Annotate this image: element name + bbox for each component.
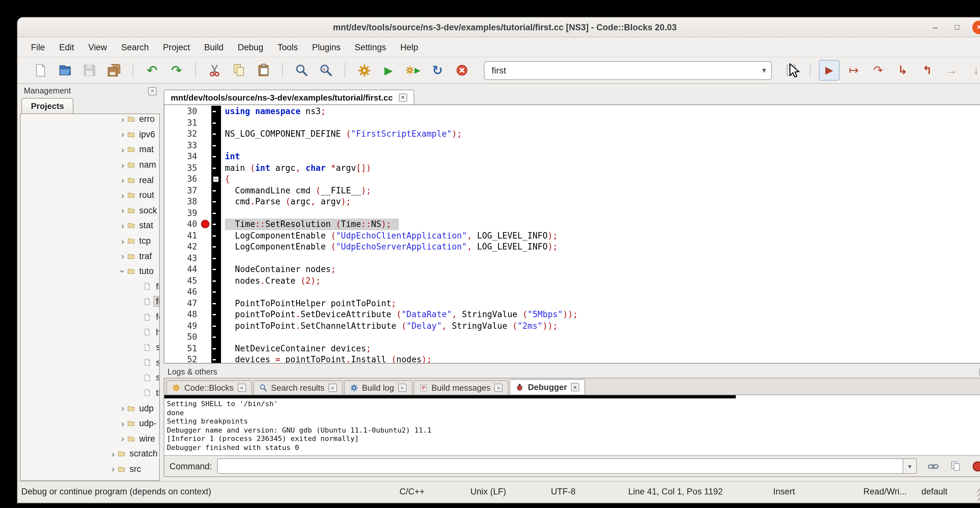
breakpoint-margin[interactable] bbox=[200, 331, 212, 342]
breakpoint-margin[interactable] bbox=[200, 128, 212, 140]
find-icon[interactable] bbox=[291, 60, 312, 81]
tab-code-blocks[interactable]: Code::Blocks× bbox=[166, 381, 251, 395]
breakpoint-margin[interactable] bbox=[200, 140, 212, 151]
tree-item-th[interactable]: th bbox=[21, 385, 159, 400]
tree-item-tcp[interactable]: ›tcp bbox=[21, 233, 159, 248]
line-number[interactable]: 49 bbox=[164, 320, 200, 331]
menu-search[interactable]: Search bbox=[114, 40, 156, 54]
tree-item-erro[interactable]: ›erro bbox=[21, 113, 159, 127]
tree-item-udp[interactable]: ›udp bbox=[21, 401, 159, 416]
breakpoint-margin[interactable] bbox=[200, 106, 212, 117]
tree-item-se[interactable]: se bbox=[21, 340, 159, 355]
tree-item-nam[interactable]: ›nam bbox=[21, 157, 159, 172]
save-icon[interactable] bbox=[79, 60, 100, 81]
menu-tools[interactable]: Tools bbox=[270, 40, 305, 54]
line-number[interactable]: 32 bbox=[164, 128, 200, 140]
close-panel-icon[interactable]: × bbox=[148, 87, 157, 95]
line-number[interactable]: 43 bbox=[164, 252, 200, 264]
chevron-right-icon[interactable]: › bbox=[119, 205, 127, 216]
command-dropdown-icon[interactable]: ▾ bbox=[903, 459, 917, 474]
step-out-icon[interactable]: ↰ bbox=[917, 60, 937, 81]
tree-item-rout[interactable]: ›rout bbox=[21, 188, 159, 203]
tree-item-scratch[interactable]: ›scratch bbox=[21, 446, 159, 461]
tree-item-tuto[interactable]: ›tuto bbox=[21, 264, 159, 279]
chevron-right-icon[interactable]: › bbox=[119, 418, 127, 428]
stop-debugger-icon[interactable] bbox=[972, 460, 980, 472]
redo-icon[interactable]: ↷ bbox=[166, 60, 187, 81]
breakpoint-margin[interactable] bbox=[200, 207, 212, 218]
code-editor[interactable]: 30using namespace ns3;3132NS_LOG_COMPONE… bbox=[164, 104, 980, 364]
line-number[interactable]: 45 bbox=[164, 275, 200, 286]
tree-item-he[interactable]: he bbox=[21, 325, 159, 340]
line-number[interactable]: 37 bbox=[164, 185, 200, 196]
breakpoint-margin[interactable] bbox=[200, 185, 212, 196]
line-number[interactable]: 35 bbox=[164, 162, 200, 174]
tab-debugger[interactable]: Debugger× bbox=[510, 379, 585, 395]
close-button[interactable]: × bbox=[972, 20, 980, 34]
tab-search-results[interactable]: Search results× bbox=[253, 381, 342, 395]
next-instruction-icon[interactable]: → bbox=[941, 60, 962, 81]
breakpoint-margin[interactable] bbox=[200, 230, 212, 241]
chevron-right-icon[interactable]: › bbox=[119, 129, 127, 140]
next-line-icon[interactable]: ↷ bbox=[868, 60, 889, 81]
tree-item-udp-[interactable]: ›udp- bbox=[21, 416, 159, 431]
chevron-right-icon[interactable]: › bbox=[119, 220, 127, 231]
undo-icon[interactable]: ↶ bbox=[142, 60, 162, 81]
line-number[interactable]: 50 bbox=[164, 331, 200, 342]
breakpoint-margin[interactable] bbox=[200, 241, 212, 252]
copy-log-icon[interactable] bbox=[950, 460, 961, 472]
tree-item-src[interactable]: ›src bbox=[21, 461, 159, 476]
line-number[interactable]: 38 bbox=[164, 196, 200, 207]
title-bar[interactable]: mnt/dev/tools/source/ns-3-dev/examples/t… bbox=[18, 18, 980, 37]
breakpoint-margin[interactable] bbox=[200, 275, 212, 286]
run-icon[interactable]: ▶ bbox=[378, 60, 399, 81]
tree-item-six[interactable]: six bbox=[21, 370, 159, 385]
breakpoint-margin[interactable] bbox=[200, 117, 212, 128]
open-file-icon[interactable] bbox=[55, 60, 75, 81]
breakpoint-margin[interactable] bbox=[200, 309, 212, 320]
combo-dropdown-icon[interactable]: ▾ bbox=[762, 66, 766, 75]
tree-item-stat[interactable]: ›stat bbox=[21, 218, 159, 233]
chevron-right-icon[interactable]: › bbox=[109, 449, 117, 459]
close-tab-icon[interactable]: × bbox=[399, 93, 407, 102]
minimize-button[interactable]: – bbox=[929, 20, 942, 34]
tree-item-fo[interactable]: fo bbox=[21, 309, 159, 324]
chevron-right-icon[interactable]: › bbox=[119, 175, 127, 185]
tree-item-fir[interactable]: fir bbox=[21, 294, 159, 309]
line-number[interactable]: 47 bbox=[164, 298, 200, 309]
line-number[interactable]: 52 bbox=[164, 354, 200, 364]
cut-icon[interactable] bbox=[204, 60, 225, 81]
breakpoint-margin[interactable] bbox=[200, 354, 212, 364]
menu-build[interactable]: Build bbox=[197, 40, 231, 54]
tab-build-messages[interactable]: Build messages× bbox=[413, 381, 509, 395]
abort-icon[interactable] bbox=[452, 60, 472, 81]
copy-icon[interactable] bbox=[229, 60, 249, 81]
breakpoint-marker[interactable] bbox=[201, 220, 209, 228]
close-tab-icon[interactable]: × bbox=[571, 383, 579, 391]
line-number[interactable]: 40 bbox=[164, 218, 200, 230]
tree-item-real[interactable]: ›real bbox=[21, 172, 159, 188]
menu-view[interactable]: View bbox=[81, 40, 114, 54]
breakpoint-margin[interactable] bbox=[200, 174, 212, 185]
breakpoint-margin[interactable] bbox=[200, 286, 212, 298]
search-combo[interactable]: ▾ bbox=[484, 61, 772, 80]
chevron-right-icon[interactable]: › bbox=[119, 433, 127, 444]
resize-grip[interactable] bbox=[977, 488, 980, 502]
fold-minus-icon[interactable]: − bbox=[213, 176, 219, 182]
breakpoint-margin[interactable] bbox=[200, 218, 212, 230]
rebuild-icon[interactable]: ↻ bbox=[427, 60, 448, 81]
tree-item-traf[interactable]: ›traf bbox=[21, 248, 159, 264]
breakpoint-margin[interactable] bbox=[200, 298, 212, 309]
chevron-right-icon[interactable]: › bbox=[119, 236, 127, 246]
replace-icon[interactable]: a bbox=[316, 60, 336, 81]
build-icon[interactable] bbox=[354, 60, 374, 81]
line-number[interactable]: 34 bbox=[164, 151, 200, 162]
line-number[interactable]: 33 bbox=[164, 140, 200, 151]
menu-plugins[interactable]: Plugins bbox=[305, 40, 348, 54]
maximize-button[interactable]: □ bbox=[950, 20, 964, 34]
chevron-right-icon[interactable]: › bbox=[109, 464, 117, 474]
breakpoint-margin[interactable] bbox=[200, 151, 212, 162]
tree-item-mat[interactable]: ›mat bbox=[21, 142, 159, 157]
save-all-icon[interactable] bbox=[104, 60, 124, 81]
step-into-instruction-icon[interactable]: ↓ bbox=[966, 60, 980, 81]
